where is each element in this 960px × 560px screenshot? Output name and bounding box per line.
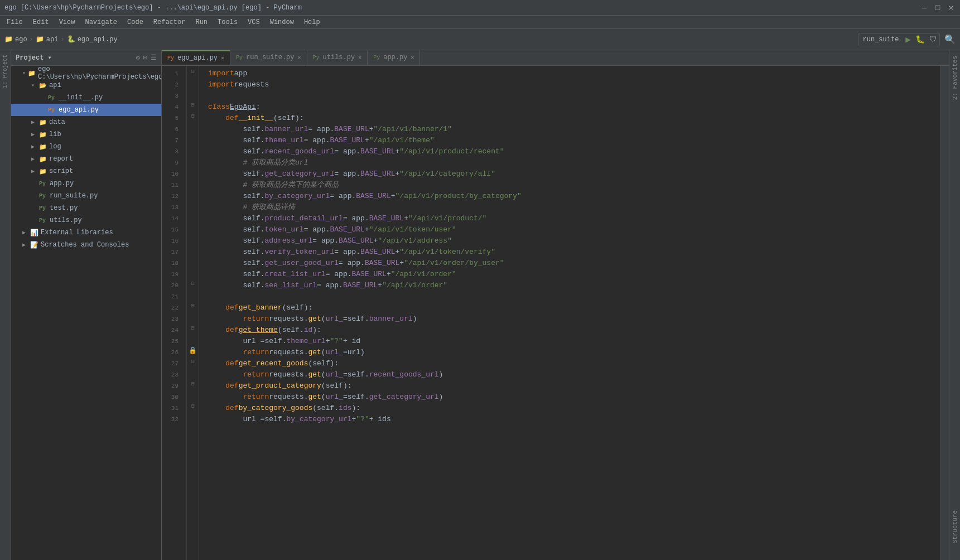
tab-label: utils.py: [323, 54, 355, 61]
folder-icon: 📁: [39, 131, 47, 138]
gutter-line-10: [187, 166, 199, 177]
scrollbar-track[interactable]: [940, 66, 949, 560]
gutter-fold-5[interactable]: ⊟: [187, 110, 199, 122]
menu-navigate[interactable]: Navigate: [80, 17, 122, 27]
gutter-line-18: [187, 255, 199, 267]
menu-code[interactable]: Code: [123, 17, 148, 27]
expand-icon: ▶: [22, 242, 28, 248]
run-config-label[interactable]: run_suite: [858, 33, 904, 46]
tab-close-app[interactable]: ✕: [411, 54, 414, 61]
gutter-line-30: [187, 389, 199, 400]
code-content[interactable]: import app import requests class EgoApi:…: [199, 66, 940, 560]
close-button[interactable]: ✕: [947, 3, 956, 12]
tree-file-run-suite[interactable]: Py run_suite.py: [11, 190, 161, 202]
run-button[interactable]: ▶: [903, 34, 913, 45]
gutter-fold-4[interactable]: ⊟: [187, 99, 199, 110]
gutter-line-3: [187, 88, 199, 99]
gutter-fold-20[interactable]: ⊟: [187, 278, 199, 289]
vtab-structure[interactable]: Structure: [950, 505, 960, 549]
menu-view[interactable]: View: [55, 17, 80, 27]
tab-close-utils[interactable]: ✕: [358, 54, 361, 61]
tab-close-ego-api[interactable]: ✕: [221, 55, 224, 61]
gutter-fold-22[interactable]: ⊟: [187, 300, 199, 311]
tree-file-app[interactable]: Py app.py: [11, 177, 161, 190]
run-coverage-button[interactable]: 🛡: [927, 34, 939, 45]
tree-label: api: [49, 81, 61, 89]
run-config-group: run_suite ▶ 🐛 🛡: [858, 33, 940, 46]
far-left-panel: 1: Project: [0, 50, 11, 560]
menu-window[interactable]: Window: [266, 17, 298, 27]
menu-run[interactable]: Run: [191, 17, 212, 27]
menu-vcs[interactable]: VCS: [243, 17, 264, 27]
breadcrumb-file[interactable]: ego_api.py: [78, 36, 118, 44]
gutter-line-19: [187, 267, 199, 278]
settings-icon[interactable]: ☰: [151, 54, 157, 62]
tree-label: ego C:\Users\hp\PycharmProjects\ego: [38, 66, 161, 81]
menu-tools[interactable]: Tools: [213, 17, 242, 27]
folder-icon: 📁: [39, 143, 47, 151]
gutter-fold-31[interactable]: ⊟: [187, 400, 199, 412]
gutter-fold-27[interactable]: ⊟: [187, 356, 199, 367]
toolbar-right: run_suite ▶ 🐛 🛡 🔍: [858, 33, 956, 46]
tab-run-suite[interactable]: Py run_suite.py ✕: [230, 50, 307, 65]
tree-label: run_suite.py: [50, 192, 98, 200]
vtab-favorites[interactable]: 2: Favorites: [950, 50, 960, 105]
menu-edit[interactable]: Edit: [28, 17, 54, 27]
py-icon: Py: [39, 205, 46, 211]
tree-root-ego[interactable]: ▾ 📁 ego C:\Users\hp\PycharmProjects\ego: [11, 67, 161, 79]
menu-file[interactable]: File: [2, 17, 27, 27]
breadcrumb: 📁 ego › 📁 api › 🐍 ego_api.py: [4, 35, 118, 44]
tree-external-libs[interactable]: ▶ 📊 External Libraries: [11, 226, 161, 239]
line-numbers: 1 2 3 4 5 6 7 8 9 10 11 12 13 14 15 16 1…: [162, 66, 187, 560]
gutter-line-21: [187, 289, 199, 300]
gutter-fold-29[interactable]: ⊟: [187, 378, 199, 389]
tab-app[interactable]: Py app.py ✕: [368, 50, 420, 65]
tab-utils[interactable]: Py utils.py ✕: [307, 50, 368, 65]
code-line-12: self.by_category_url = app.BASE_URL+ "/a…: [208, 191, 940, 202]
gutter-line-23: [187, 311, 199, 322]
tree-scratches[interactable]: ▶ 📝 Scratches and Consoles: [11, 239, 161, 251]
gutter-fold-24[interactable]: ⊟: [187, 322, 199, 334]
code-line-21: [208, 291, 940, 302]
minimize-button[interactable]: —: [920, 3, 929, 12]
tree-folder-data[interactable]: ▶ 📁 data: [11, 116, 161, 128]
folder-icon: 📁: [39, 168, 47, 175]
tree-file-init[interactable]: Py __init__.py: [11, 91, 161, 104]
main-layout: 1: Project Project ▾ ⚙ ⊟ ☰ ▾ 📁 ego C:\Us…: [0, 50, 960, 560]
maximize-button[interactable]: □: [933, 3, 942, 12]
code-line-29: def get_prduct_category(self):: [208, 380, 940, 392]
folder-icon: 📁: [28, 70, 36, 77]
breadcrumb-api[interactable]: api: [46, 36, 59, 44]
gutter-line-2: [187, 77, 199, 88]
tree-file-utils[interactable]: Py utils.py: [11, 214, 161, 226]
tree-file-ego-api[interactable]: Py ego_api.py: [11, 104, 161, 116]
editor-area: Py ego_api.py ✕ Py run_suite.py ✕ Py uti…: [162, 50, 949, 560]
tree-folder-lib[interactable]: ▶ 📁 lib: [11, 128, 161, 141]
gutter-line-13: [187, 200, 199, 211]
menu-refactor[interactable]: Refactor: [149, 17, 190, 27]
tab-label: run_suite.py: [246, 54, 294, 61]
debug-button[interactable]: 🐛: [913, 33, 927, 45]
tree-file-test[interactable]: Py test.py: [11, 202, 161, 214]
code-line-9: # 获取商品分类url: [208, 157, 940, 168]
breadcrumb-ego[interactable]: ego: [15, 36, 27, 44]
code-line-7: self.theme_url = app.BASE_URL+"/api/v1/t…: [208, 135, 940, 146]
menu-help[interactable]: Help: [300, 17, 325, 27]
tree-folder-report[interactable]: ▶ 📁 report: [11, 153, 161, 165]
tab-close-run-suite[interactable]: ✕: [298, 54, 301, 61]
code-line-10: self.get_category_url = app.BASE_URL + "…: [208, 168, 940, 180]
gear-icon[interactable]: ⚙: [136, 54, 140, 62]
collapse-icon[interactable]: ⊟: [143, 54, 147, 62]
vtab-project[interactable]: 1: Project: [1, 50, 9, 93]
tree-folder-log[interactable]: ▶ 📁 log: [11, 141, 161, 153]
tab-ego-api[interactable]: Py ego_api.py ✕: [162, 50, 230, 65]
tab-py-icon: Py: [236, 55, 243, 61]
search-everywhere-button[interactable]: 🔍: [944, 34, 956, 45]
gutter-fold-1[interactable]: ⊟: [187, 66, 199, 77]
folder-icon: 📁: [39, 119, 47, 126]
tree-folder-api[interactable]: ▾ 📂 api: [11, 79, 161, 91]
tree-folder-script[interactable]: ▶ 📁 script: [11, 165, 161, 177]
gutter: ⊟ ⊟ ⊟ ⊟ ⊟: [187, 66, 199, 560]
tab-label: app.py: [383, 54, 407, 61]
code-line-22: def get_banner(self):: [208, 302, 940, 313]
